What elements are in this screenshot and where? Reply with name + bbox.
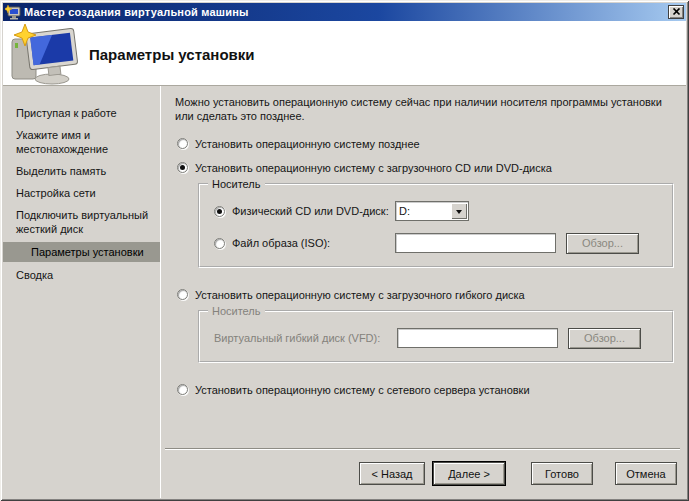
wizard-window: Мастер создания виртуальной машины Парам… — [0, 0, 689, 501]
back-button[interactable]: < Назад — [359, 462, 425, 485]
browse-iso-button[interactable]: Обзор... — [566, 233, 639, 254]
wizard-icon — [8, 23, 84, 85]
radio-install-later-label[interactable]: Установить операционную систему позднее — [195, 137, 420, 151]
finish-button[interactable]: Готово — [531, 462, 593, 485]
radio-install-network[interactable] — [177, 384, 188, 395]
radio-install-cd-label[interactable]: Установить операционную систему с загруз… — [195, 161, 552, 175]
cd-media-group-title: Носитель — [208, 177, 265, 191]
sidebar-item-assign-memory[interactable]: Выделить память — [3, 160, 160, 182]
sidebar: Приступая к работе Укажите имя и местона… — [3, 86, 161, 498]
floppy-media-group-title: Носитель — [208, 304, 265, 318]
radio-install-floppy[interactable] — [177, 289, 188, 300]
chevron-down-icon[interactable] — [451, 203, 467, 219]
installation-options-page: Можно установить операционную систему се… — [161, 86, 686, 498]
radio-install-network-label[interactable]: Установить операционную систему с сетево… — [195, 383, 530, 397]
iso-path-input[interactable] — [395, 233, 556, 253]
close-icon — [672, 8, 681, 16]
close-button[interactable] — [668, 5, 684, 19]
radio-iso-file[interactable] — [214, 238, 225, 249]
wizard-footer: < Назад Далее > Готово Отмена — [359, 462, 677, 485]
titlebar[interactable]: Мастер создания виртуальной машины — [3, 3, 686, 21]
sidebar-item-name-location[interactable]: Укажите имя и местонахождение — [3, 124, 160, 160]
radio-install-later[interactable] — [177, 138, 188, 149]
page-title: Параметры установки — [89, 46, 255, 63]
vfd-path-input[interactable] — [397, 328, 558, 348]
browse-vfd-button[interactable]: Обзор... — [568, 328, 641, 349]
cancel-button[interactable]: Отмена — [615, 462, 677, 485]
radio-install-floppy-label[interactable]: Установить операционную систему с загруз… — [195, 288, 525, 302]
sidebar-item-summary[interactable]: Сводка — [3, 264, 160, 286]
vfd-label: Виртуальный гибкий диск (VFD): — [214, 331, 397, 345]
wizard-header: Параметры установки — [3, 21, 686, 86]
sidebar-item-connect-vhd[interactable]: Подключить виртуальный жесткий диск — [3, 204, 160, 240]
physical-cd-label[interactable]: Физический CD или DVD-диск: — [232, 204, 395, 218]
floppy-media-groupbox: Носитель Виртуальный гибкий диск (VFD): … — [198, 310, 674, 363]
sidebar-item-configure-network[interactable]: Настройка сети — [3, 182, 160, 204]
footer-divider — [165, 448, 680, 450]
iso-file-label[interactable]: Файл образа (ISO): — [232, 236, 395, 250]
next-button[interactable]: Далее > — [433, 462, 505, 485]
cd-media-groupbox: Носитель Физический CD или DVD-диск: D: … — [198, 183, 674, 268]
sidebar-item-before-you-begin[interactable]: Приступая к работе — [3, 102, 160, 124]
sidebar-item-installation-options[interactable]: Параметры установки — [3, 242, 160, 262]
app-icon — [5, 5, 21, 20]
radio-install-cd[interactable] — [177, 162, 188, 173]
wizard-body: Приступая к работе Укажите имя и местона… — [3, 86, 686, 498]
cd-drive-value: D: — [396, 204, 450, 218]
radio-physical-cd[interactable] — [214, 206, 225, 217]
cd-drive-select[interactable]: D: — [395, 201, 469, 221]
window-title: Мастер создания виртуальной машины — [24, 6, 665, 19]
intro-text: Можно установить операционную систему се… — [175, 95, 676, 123]
